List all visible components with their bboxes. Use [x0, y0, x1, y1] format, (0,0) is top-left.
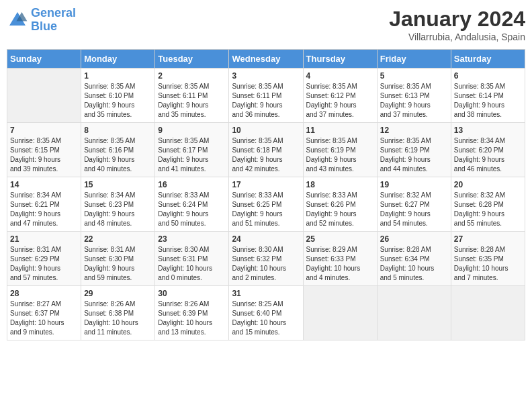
day-number: 3 [232, 71, 300, 81]
day-info: Sunrise: 8:34 AMSunset: 6:20 PMDaylight:… [454, 136, 522, 174]
calendar-cell: 9Sunrise: 8:35 AMSunset: 6:17 PMDaylight… [155, 123, 229, 177]
subtitle: Villarrubia, Andalusia, Spain [389, 32, 525, 42]
day-number: 18 [306, 180, 374, 189]
day-info: Sunrise: 8:35 AMSunset: 6:11 PMDaylight:… [158, 82, 226, 120]
logo: General Blue [7, 7, 76, 34]
calendar-cell: 1Sunrise: 8:35 AMSunset: 6:10 PMDaylight… [81, 68, 155, 123]
day-number: 21 [10, 234, 78, 244]
day-header-sunday: Sunday [7, 50, 81, 68]
week-row-2: 7Sunrise: 8:35 AMSunset: 6:15 PMDaylight… [7, 123, 525, 177]
calendar-cell: 23Sunrise: 8:30 AMSunset: 6:31 PMDayligh… [155, 232, 229, 286]
day-number: 29 [84, 289, 152, 298]
week-row-3: 14Sunrise: 8:34 AMSunset: 6:21 PMDayligh… [7, 177, 525, 232]
day-number: 8 [84, 126, 152, 135]
day-number: 12 [380, 126, 448, 135]
calendar-cell: 20Sunrise: 8:32 AMSunset: 6:28 PMDayligh… [451, 177, 525, 232]
day-info: Sunrise: 8:35 AMSunset: 6:16 PMDaylight:… [84, 136, 152, 174]
day-number: 11 [306, 126, 374, 135]
day-number: 15 [84, 180, 152, 189]
calendar-header: SundayMondayTuesdayWednesdayThursdayFrid… [7, 50, 525, 68]
day-header-tuesday: Tuesday [155, 50, 229, 68]
day-number: 22 [84, 234, 152, 244]
day-header-wednesday: Wednesday [229, 50, 303, 68]
day-info: Sunrise: 8:35 AMSunset: 6:14 PMDaylight:… [454, 82, 522, 120]
day-number: 27 [454, 234, 522, 244]
day-header-monday: Monday [81, 50, 155, 68]
calendar-cell: 4Sunrise: 8:35 AMSunset: 6:12 PMDaylight… [303, 68, 377, 123]
day-number: 31 [232, 289, 300, 298]
page-header: General Blue January 2024 Villarrubia, A… [7, 7, 525, 42]
day-number: 20 [454, 180, 522, 189]
logo-icon [7, 9, 28, 31]
logo-line1: General [31, 6, 76, 19]
week-row-4: 21Sunrise: 8:31 AMSunset: 6:29 PMDayligh… [7, 232, 525, 286]
day-info: Sunrise: 8:27 AMSunset: 6:37 PMDaylight:… [10, 300, 78, 337]
calendar-cell: 8Sunrise: 8:35 AMSunset: 6:16 PMDaylight… [81, 123, 155, 177]
day-number: 25 [306, 234, 374, 244]
day-info: Sunrise: 8:29 AMSunset: 6:33 PMDaylight:… [306, 245, 374, 283]
day-info: Sunrise: 8:32 AMSunset: 6:28 PMDaylight:… [454, 191, 522, 228]
day-number: 16 [158, 180, 226, 189]
day-info: Sunrise: 8:35 AMSunset: 6:18 PMDaylight:… [232, 136, 300, 174]
day-info: Sunrise: 8:32 AMSunset: 6:27 PMDaylight:… [380, 191, 448, 228]
day-header-saturday: Saturday [451, 50, 525, 68]
title-block: January 2024 Villarrubia, Andalusia, Spa… [389, 7, 525, 42]
calendar-cell: 17Sunrise: 8:33 AMSunset: 6:25 PMDayligh… [229, 177, 303, 232]
calendar-cell: 24Sunrise: 8:30 AMSunset: 6:32 PMDayligh… [229, 232, 303, 286]
day-info: Sunrise: 8:26 AMSunset: 6:38 PMDaylight:… [84, 300, 152, 337]
day-number: 5 [380, 71, 448, 81]
calendar-cell: 16Sunrise: 8:33 AMSunset: 6:24 PMDayligh… [155, 177, 229, 232]
calendar-cell: 22Sunrise: 8:31 AMSunset: 6:30 PMDayligh… [81, 232, 155, 286]
day-info: Sunrise: 8:35 AMSunset: 6:19 PMDaylight:… [306, 136, 374, 174]
week-row-1: 1Sunrise: 8:35 AMSunset: 6:10 PMDaylight… [7, 68, 525, 123]
week-row-5: 28Sunrise: 8:27 AMSunset: 6:37 PMDayligh… [7, 286, 525, 340]
calendar-cell: 10Sunrise: 8:35 AMSunset: 6:18 PMDayligh… [229, 123, 303, 177]
day-number: 1 [84, 71, 152, 81]
day-info: Sunrise: 8:33 AMSunset: 6:25 PMDaylight:… [232, 191, 300, 228]
day-info: Sunrise: 8:35 AMSunset: 6:15 PMDaylight:… [10, 136, 78, 174]
calendar-body: 1Sunrise: 8:35 AMSunset: 6:10 PMDaylight… [7, 68, 525, 340]
day-info: Sunrise: 8:28 AMSunset: 6:35 PMDaylight:… [454, 245, 522, 283]
calendar-cell: 29Sunrise: 8:26 AMSunset: 6:38 PMDayligh… [81, 286, 155, 340]
calendar-cell: 18Sunrise: 8:33 AMSunset: 6:26 PMDayligh… [303, 177, 377, 232]
day-info: Sunrise: 8:35 AMSunset: 6:10 PMDaylight:… [84, 82, 152, 120]
day-info: Sunrise: 8:34 AMSunset: 6:23 PMDaylight:… [84, 191, 152, 228]
calendar-cell: 14Sunrise: 8:34 AMSunset: 6:21 PMDayligh… [7, 177, 81, 232]
day-number: 14 [10, 180, 78, 189]
day-info: Sunrise: 8:28 AMSunset: 6:34 PMDaylight:… [380, 245, 448, 283]
day-info: Sunrise: 8:31 AMSunset: 6:29 PMDaylight:… [10, 245, 78, 283]
logo-text: General Blue [31, 7, 76, 34]
day-number: 26 [380, 234, 448, 244]
day-info: Sunrise: 8:34 AMSunset: 6:21 PMDaylight:… [10, 191, 78, 228]
day-info: Sunrise: 8:26 AMSunset: 6:39 PMDaylight:… [158, 300, 226, 337]
calendar-table: SundayMondayTuesdayWednesdayThursdayFrid… [7, 49, 525, 340]
day-number: 6 [454, 71, 522, 81]
calendar-cell: 15Sunrise: 8:34 AMSunset: 6:23 PMDayligh… [81, 177, 155, 232]
day-number: 13 [454, 126, 522, 135]
day-info: Sunrise: 8:33 AMSunset: 6:26 PMDaylight:… [306, 191, 374, 228]
calendar-cell: 5Sunrise: 8:35 AMSunset: 6:13 PMDaylight… [377, 68, 451, 123]
day-number: 2 [158, 71, 226, 81]
day-info: Sunrise: 8:35 AMSunset: 6:19 PMDaylight:… [380, 136, 448, 174]
calendar-cell: 2Sunrise: 8:35 AMSunset: 6:11 PMDaylight… [155, 68, 229, 123]
day-number: 28 [10, 289, 78, 298]
days-of-week-row: SundayMondayTuesdayWednesdayThursdayFrid… [7, 50, 525, 68]
day-info: Sunrise: 8:30 AMSunset: 6:32 PMDaylight:… [232, 245, 300, 283]
calendar-cell [451, 286, 525, 340]
day-number: 19 [380, 180, 448, 189]
logo-line2: Blue [31, 19, 57, 33]
day-info: Sunrise: 8:33 AMSunset: 6:24 PMDaylight:… [158, 191, 226, 228]
calendar-cell: 3Sunrise: 8:35 AMSunset: 6:11 PMDaylight… [229, 68, 303, 123]
day-info: Sunrise: 8:35 AMSunset: 6:13 PMDaylight:… [380, 82, 448, 120]
calendar-cell: 7Sunrise: 8:35 AMSunset: 6:15 PMDaylight… [7, 123, 81, 177]
day-number: 23 [158, 234, 226, 244]
calendar-cell: 28Sunrise: 8:27 AMSunset: 6:37 PMDayligh… [7, 286, 81, 340]
day-info: Sunrise: 8:25 AMSunset: 6:40 PMDaylight:… [232, 300, 300, 337]
calendar-cell: 26Sunrise: 8:28 AMSunset: 6:34 PMDayligh… [377, 232, 451, 286]
day-info: Sunrise: 8:31 AMSunset: 6:30 PMDaylight:… [84, 245, 152, 283]
day-info: Sunrise: 8:30 AMSunset: 6:31 PMDaylight:… [158, 245, 226, 283]
day-number: 24 [232, 234, 300, 244]
day-info: Sunrise: 8:35 AMSunset: 6:11 PMDaylight:… [232, 82, 300, 120]
calendar-cell: 19Sunrise: 8:32 AMSunset: 6:27 PMDayligh… [377, 177, 451, 232]
day-number: 30 [158, 289, 226, 298]
